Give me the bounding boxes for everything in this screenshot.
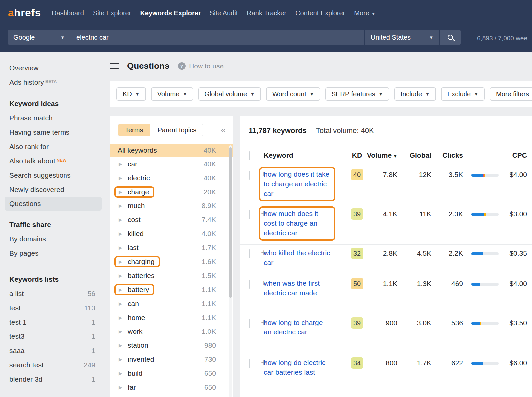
sidebar-item-search-suggestions[interactable]: Search suggestions	[0, 168, 106, 182]
expand-arrow-icon[interactable]: ▶	[119, 273, 122, 278]
collapse-panel-icon[interactable]: «	[221, 125, 226, 135]
term-row-build[interactable]: ▶build650	[110, 366, 233, 380]
clicks-value: 2.3K	[432, 210, 463, 218]
terms-scrollbar[interactable]	[229, 145, 232, 397]
select-all-checkbox[interactable]	[249, 151, 250, 160]
filter-exclude[interactable]: Exclude▼	[441, 87, 485, 101]
tab-terms[interactable]: Terms	[118, 124, 150, 136]
term-row-home[interactable]: ▶home1.1K	[110, 311, 233, 325]
all-keywords-row[interactable]: All keywords 40K	[110, 144, 233, 157]
term-row-work[interactable]: ▶work1.0K	[110, 325, 233, 338]
column-header-keyword[interactable]: Keyword	[264, 151, 330, 159]
row-checkbox[interactable]	[249, 171, 250, 180]
filter-global-volume[interactable]: Global volume▼	[198, 87, 261, 101]
sidebar-item-test3[interactable]: test31	[0, 329, 106, 343]
search-engine-select[interactable]: Google ▼	[8, 30, 70, 45]
nav-item-more[interactable]: More▼	[354, 9, 375, 17]
expand-arrow-icon[interactable]: ▶	[119, 329, 122, 334]
column-header-kd[interactable]: KD	[349, 151, 365, 159]
sidebar-item-phrase-match[interactable]: Phrase match	[0, 111, 106, 125]
term-row-much[interactable]: ▶much8.9K	[110, 199, 233, 213]
term-row-far[interactable]: ▶far650	[110, 380, 233, 394]
row-checkbox[interactable]	[249, 359, 250, 368]
expand-arrow-icon[interactable]: ▶	[119, 357, 122, 362]
expand-arrow-icon[interactable]: ▶	[119, 217, 122, 222]
filter-include[interactable]: Include▼	[394, 87, 436, 101]
keyword-link[interactable]: when was the first electric car made	[264, 278, 330, 298]
keyword-link[interactable]: who killed the electric car	[264, 248, 330, 267]
ahrefs-logo[interactable]: ahrefs	[8, 7, 41, 19]
column-header-global[interactable]: Global	[400, 151, 431, 159]
expand-arrow-icon[interactable]: ▶	[119, 175, 122, 181]
column-header-volume[interactable]: Volume▼	[367, 151, 397, 159]
term-row-charge[interactable]: ▶charge20K	[110, 185, 233, 199]
term-row-last[interactable]: ▶last1.7K	[110, 241, 233, 255]
expand-arrow-icon[interactable]: ▶	[119, 301, 122, 306]
filter-more-filters[interactable]: More filters▼	[490, 87, 532, 101]
keyword-link[interactable]: how long does it take to charge an elect…	[264, 169, 330, 198]
expand-arrow-icon[interactable]: ▶	[119, 245, 122, 250]
expand-arrow-icon[interactable]: ▶	[119, 287, 122, 292]
menu-icon[interactable]	[110, 63, 119, 69]
keyword-link[interactable]: how long do electric car batteries last	[264, 358, 330, 377]
term-row-cost[interactable]: ▶cost7.4K	[110, 213, 233, 227]
expand-arrow-icon[interactable]: ▶	[119, 259, 122, 264]
how-to-use-link[interactable]: ? How to use	[178, 62, 224, 70]
term-row-battery[interactable]: ▶battery1.1K	[110, 283, 233, 297]
expand-arrow-icon[interactable]: ▶	[119, 231, 122, 236]
sidebar-item-search-test[interactable]: search test249	[0, 358, 106, 372]
filter-volume[interactable]: Volume▼	[151, 87, 194, 101]
sidebar-item-ads-history[interactable]: Ads historyBETA	[0, 75, 106, 89]
term-row-killed[interactable]: ▶killed4.0K	[110, 227, 233, 241]
sidebar-item-test[interactable]: test113	[0, 301, 106, 315]
sidebar-item-by-domains[interactable]: By domains	[0, 232, 106, 246]
column-header-clicks[interactable]: Clicks	[432, 151, 463, 159]
expand-arrow-icon[interactable]: ▶	[119, 189, 122, 195]
nav-item-rank-tracker[interactable]: Rank Tracker	[247, 9, 286, 17]
term-row-batteries[interactable]: ▶batteries1.5K	[110, 269, 233, 283]
expand-arrow-icon[interactable]: ▶	[119, 371, 122, 376]
sidebar-item-by-pages[interactable]: By pages	[0, 246, 106, 260]
nav-item-site-explorer[interactable]: Site Explorer	[93, 9, 131, 17]
sidebar-item-test-1[interactable]: test 11	[0, 315, 106, 329]
sidebar-item-blender-3d[interactable]: blender 3d1	[0, 372, 106, 386]
sidebar-item-also-talk-about[interactable]: Also talk aboutNEW	[0, 154, 106, 168]
row-checkbox[interactable]	[249, 249, 250, 258]
sidebar-item-newly-discovered[interactable]: Newly discovered	[0, 182, 106, 197]
country-select[interactable]: United States ▼	[365, 30, 440, 45]
terms-scrollbar-thumb[interactable]	[229, 147, 232, 298]
column-header-cpc[interactable]: CPC	[493, 151, 527, 159]
sidebar-item-overview[interactable]: Overview	[0, 61, 106, 75]
nav-item-site-audit[interactable]: Site Audit	[210, 9, 238, 17]
sidebar-item-saaa[interactable]: saaa1	[0, 343, 106, 358]
term-row-station[interactable]: ▶station980	[110, 338, 233, 352]
expand-arrow-icon[interactable]: ▶	[119, 385, 122, 390]
filter-kd[interactable]: KD▼	[116, 87, 146, 101]
nav-item-keywords-explorer[interactable]: Keywords Explorer	[140, 9, 200, 17]
search-button[interactable]	[440, 30, 461, 45]
expand-arrow-icon[interactable]: ▶	[119, 315, 122, 320]
keyword-query-input[interactable]	[70, 30, 365, 45]
term-row-car[interactable]: ▶car40K	[110, 157, 233, 171]
expand-arrow-icon[interactable]: ▶	[119, 161, 122, 167]
term-row-can[interactable]: ▶can1.1K	[110, 297, 233, 311]
sidebar-item-a-list[interactable]: a list56	[0, 286, 106, 301]
filter-word-count[interactable]: Word count▼	[266, 87, 320, 101]
expand-arrow-icon[interactable]: ▶	[119, 343, 122, 348]
tab-parent-topics[interactable]: Parent topics	[150, 124, 203, 136]
term-row-electric[interactable]: ▶electric40K	[110, 171, 233, 185]
filter-serp-features[interactable]: SERP features▼	[325, 87, 389, 101]
term-row-charging[interactable]: ▶charging1.6K	[110, 255, 233, 269]
row-checkbox[interactable]	[249, 210, 250, 219]
sidebar-item-questions[interactable]: Questions	[5, 197, 102, 211]
nav-item-dashboard[interactable]: Dashboard	[52, 9, 84, 17]
row-checkbox[interactable]	[249, 280, 250, 289]
nav-item-content-explorer[interactable]: Content Explorer	[295, 9, 345, 17]
sidebar-item-also-rank-for[interactable]: Also rank for	[0, 139, 106, 154]
expand-arrow-icon[interactable]: ▶	[119, 203, 122, 208]
row-checkbox[interactable]	[249, 319, 250, 328]
keyword-link[interactable]: how long to charge an electric car	[264, 318, 330, 337]
term-row-invented[interactable]: ▶invented730	[110, 352, 233, 366]
sidebar-item-having-same-terms[interactable]: Having same terms	[0, 125, 106, 139]
keyword-link[interactable]: how much does it cost to charge an elect…	[264, 209, 330, 238]
